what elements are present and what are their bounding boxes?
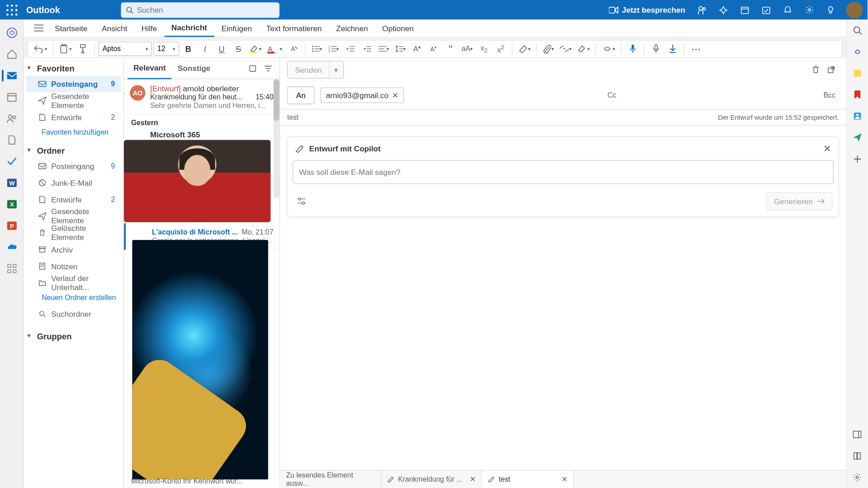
fav-drafts[interactable]: Entwürfe2 <box>26 109 121 126</box>
groups-header[interactable]: Gruppen <box>24 326 123 344</box>
dictate-button[interactable] <box>625 41 641 56</box>
folder-drafts[interactable]: Entwürfe2 <box>26 191 121 208</box>
quote-button[interactable]: ˮ <box>443 41 458 56</box>
rr-note-icon[interactable] <box>846 62 868 84</box>
folder-junk[interactable]: Junk-E-Mail <box>26 174 121 191</box>
change-case-button[interactable]: aA▾ <box>459 41 475 56</box>
scrollbar[interactable] <box>274 79 279 198</box>
font-color-button[interactable]: A▾ <box>265 41 285 56</box>
clear-format-button[interactable]: A <box>286 41 301 56</box>
ml-filter-icon[interactable] <box>260 61 276 76</box>
rail-powerpoint[interactable]: P <box>0 215 24 236</box>
fav-inbox[interactable]: Posteingang9 <box>26 75 121 92</box>
font-size-select[interactable]: 12▾ <box>153 42 179 56</box>
superscript-button[interactable]: x2 <box>493 41 508 56</box>
btab-2[interactable]: Krankmeldung für ...✕ <box>382 470 482 488</box>
rail-todo[interactable] <box>0 150 24 172</box>
hamburger-icon[interactable] <box>30 19 48 37</box>
btab-3[interactable]: test✕ <box>482 470 574 488</box>
rail-onedrive[interactable] <box>0 236 24 258</box>
copilot-ribbon-button[interactable]: ▾ <box>599 41 618 56</box>
bell-icon[interactable] <box>777 0 798 19</box>
folder-notes[interactable]: Notizen <box>26 258 121 275</box>
sensitivity-button[interactable] <box>648 41 664 56</box>
rail-excel[interactable]: X <box>0 193 24 215</box>
ml-tab-relevant[interactable]: Relevant <box>127 58 172 79</box>
highlight-button[interactable]: ▾ <box>247 41 264 56</box>
account-avatar[interactable] <box>846 1 863 18</box>
subject-field[interactable]: test <box>287 113 298 121</box>
strike-button[interactable]: S <box>231 41 246 56</box>
rail-mail[interactable] <box>0 65 24 86</box>
rr-send-icon[interactable] <box>846 127 868 148</box>
add-favorite[interactable]: Favoriten hinzufügen <box>24 126 123 140</box>
my-day-icon[interactable] <box>755 0 777 19</box>
tab-help[interactable]: Hilfe <box>134 19 164 37</box>
generate-button[interactable]: Generieren <box>766 192 832 211</box>
tab-start[interactable]: Startseite <box>47 19 94 37</box>
copilot-input[interactable] <box>299 168 827 177</box>
rr-contact-icon[interactable] <box>846 105 868 127</box>
download-button[interactable] <box>665 41 680 56</box>
calendar-day-icon[interactable] <box>734 0 755 19</box>
gear-icon[interactable] <box>798 0 820 19</box>
app-launcher-icon[interactable] <box>0 0 24 19</box>
premium-icon[interactable] <box>712 0 734 19</box>
link-button[interactable]: ▾ <box>557 41 574 56</box>
rail-home[interactable] <box>0 43 24 65</box>
bold-button[interactable]: B <box>180 41 196 56</box>
italic-button[interactable]: I <box>197 41 212 56</box>
folder-sent[interactable]: Gesendete Elemente <box>26 208 121 225</box>
folder-history[interactable]: Verlauf der Unterhalt... <box>26 275 121 291</box>
ml-select-icon[interactable] <box>245 61 260 76</box>
format-painter-button[interactable] <box>75 41 90 56</box>
to-button[interactable]: An <box>287 86 315 104</box>
font-select[interactable]: Aptos▾ <box>98 42 152 56</box>
meet-now-button[interactable]: Jetzt besprechen <box>603 5 691 14</box>
rr-copilot-icon[interactable] <box>846 41 868 62</box>
teams-icon[interactable] <box>691 0 712 19</box>
close-tab-icon[interactable]: ✕ <box>561 475 567 483</box>
tab-format[interactable]: Text formatieren <box>259 19 329 37</box>
underline-button[interactable]: U <box>214 41 229 56</box>
rr-search-icon[interactable] <box>846 19 868 41</box>
search-box[interactable] <box>121 2 279 18</box>
tab-insert[interactable]: Einfügen <box>214 19 259 37</box>
rr-book-icon[interactable] <box>846 445 868 466</box>
subscript-button[interactable]: x2 <box>476 41 492 56</box>
rr-settings-icon[interactable] <box>846 466 868 488</box>
increase-font-button[interactable]: A▴ <box>409 41 425 56</box>
align-button[interactable]: ▾ <box>376 41 391 56</box>
close-tab-icon[interactable]: ✕ <box>470 475 476 483</box>
search-input[interactable] <box>137 5 275 14</box>
lightbulb-icon[interactable] <box>820 0 841 19</box>
tab-view[interactable]: Ansicht <box>94 19 134 37</box>
folder-inbox[interactable]: Posteingang9 <box>26 158 121 174</box>
copilot-options-icon[interactable] <box>294 193 309 209</box>
rail-word[interactable]: W <box>0 172 24 193</box>
paste-button[interactable]: ▾ <box>57 41 74 56</box>
send-button[interactable]: Senden ▾ <box>287 61 344 79</box>
folders-header[interactable]: Ordner <box>24 140 123 158</box>
rail-copilot[interactable] <box>0 22 24 43</box>
tab-message[interactable]: Nachricht <box>164 19 214 37</box>
remove-recipient-icon[interactable]: ✕ <box>392 91 398 100</box>
signature-button[interactable]: ▾ <box>575 41 592 56</box>
rail-files[interactable] <box>0 129 24 150</box>
folder-deleted[interactable]: Gelöschte Elemente <box>26 225 121 241</box>
rail-calendar[interactable] <box>0 86 24 108</box>
recipient-chip[interactable]: arnio93@gmail.co✕ <box>321 88 404 103</box>
rr-plus-icon[interactable] <box>846 148 868 169</box>
attach-button[interactable]: ▾ <box>541 41 556 56</box>
btab-1[interactable]: Zu lesendes Element ausw... <box>280 470 381 488</box>
ml-tab-other[interactable]: Sonstige <box>172 58 217 79</box>
line-spacing-button[interactable]: ▾ <box>392 41 408 56</box>
bcc-button[interactable]: Bcc <box>820 91 839 99</box>
cc-button[interactable]: Cc <box>604 91 620 99</box>
new-folder[interactable]: Neuen Ordner erstellen <box>24 291 123 306</box>
rr-panel-icon[interactable] <box>846 423 868 445</box>
outdent-button[interactable] <box>342 41 358 56</box>
popout-button[interactable] <box>823 62 839 77</box>
favorites-header[interactable]: Favoriten <box>24 58 123 76</box>
search-folders[interactable]: Suchordner <box>26 305 121 322</box>
